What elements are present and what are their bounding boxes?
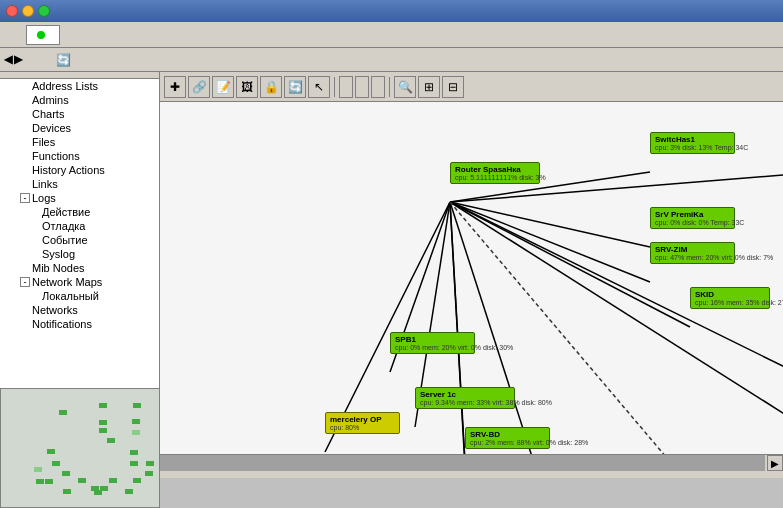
sidebar-label-logs-action: Действие (42, 206, 90, 218)
refresh-icon[interactable]: 🔄 (56, 53, 71, 67)
sidebar-header (0, 72, 159, 79)
sidebar-label-logs-event: Событие (42, 234, 88, 246)
sidebar-label-address-lists: Address Lists (32, 80, 98, 92)
server-menu-btn[interactable] (26, 25, 60, 45)
svg-line-9 (450, 202, 465, 454)
sidebar-item-logs-syslog[interactable]: Syslog (0, 247, 159, 261)
mini-node-mercelery-op (34, 467, 42, 472)
server-status-dot (37, 31, 45, 39)
node-srv-zim[interactable]: SRV-ZIMcpu: 47% mem: 20% virt: 0% disk: … (650, 242, 735, 264)
mini-node-switchas4 (133, 403, 141, 408)
mini-node-router-sparta (109, 478, 117, 483)
mini-node-zsr (125, 489, 133, 494)
mini-node-win1 (91, 486, 99, 491)
sidebar-item-links[interactable]: Links (0, 177, 159, 191)
mini-node-win2 (100, 486, 108, 491)
node-switchas1[interactable]: SwitcHas1cpu: 3% disk: 13% Temp: 34C (650, 132, 735, 154)
sidebar-item-files[interactable]: Files (0, 135, 159, 149)
svg-line-13 (450, 202, 700, 454)
mini-node-videomax1963 (132, 419, 140, 424)
mini-node-monitor-3c (45, 479, 53, 484)
node-srv-bd[interactable]: SRV-BDcpu: 2% mem: 88% virt: 0% disk: 28… (465, 427, 550, 449)
sidebar-label-network-maps-local: Локальный (42, 290, 99, 302)
sidebar-label-logs-syslog: Syslog (42, 248, 75, 260)
map-canvas[interactable]: Router SpasaНкаcpu: 5.111111111% disk: 3… (160, 72, 783, 454)
node-skid[interactable]: SKIDcpu: 16% mem: 35% disk: 27% (690, 287, 770, 309)
window-controls[interactable] (6, 5, 50, 17)
mini-node-videomax1902 (132, 430, 140, 435)
node-mercelery-op[interactable]: mercelery OPcpu: 80% (325, 412, 400, 434)
sidebar-label-notifications: Notifications (32, 318, 92, 330)
close-button[interactable] (6, 5, 18, 17)
sidebar-item-functions[interactable]: Functions (0, 149, 159, 163)
mini-node-monitor-zm (36, 479, 44, 484)
sidebar-label-logs: Logs (32, 192, 56, 204)
sidebar-label-mib-nodes: Mib Nodes (32, 262, 85, 274)
maximize-button[interactable] (38, 5, 50, 17)
sidebar-item-address-lists[interactable]: Address Lists (0, 79, 159, 93)
sidebar-item-logs-debug[interactable]: Отладка (0, 219, 159, 233)
mini-node-server1c (52, 461, 60, 466)
sidebar-label-charts: Charts (32, 108, 64, 120)
mini-node-terminalock (63, 489, 71, 494)
node-spb1[interactable]: SPB1cpu: 0% mem: 20% virt: 0% disk: 30% (390, 332, 475, 354)
menubar (0, 22, 783, 48)
node-srv-premka[interactable]: SrV PremiKacpu: 0% disk: 0% Temp: 33C (650, 207, 735, 229)
tree-toggle-network-maps[interactable]: - (20, 277, 30, 287)
toolbar2: ◀ ▶ 🔄 (0, 48, 783, 72)
minimap-content (1, 389, 159, 507)
sidebar-label-files: Files (32, 136, 55, 148)
mini-node-srv-premka (99, 420, 107, 425)
sidebar-item-network-maps[interactable]: -Network Maps (0, 275, 159, 289)
titlebar (0, 0, 783, 22)
sidebar-label-networks: Networks (32, 304, 78, 316)
node-router-spasatska[interactable]: Router SpasaНкаcpu: 5.111111111% disk: 3… (450, 162, 540, 184)
mini-node-switchas1 (99, 403, 107, 408)
sidebar-item-history-actions[interactable]: History Actions (0, 163, 159, 177)
minimap (0, 388, 160, 508)
settings-btn2[interactable] (30, 50, 52, 70)
mini-node-switchsparta2 (130, 450, 138, 455)
sidebar-item-logs-event[interactable]: Событие (0, 233, 159, 247)
mini-node-switchsparta4 (146, 461, 154, 466)
settings-menu-btn[interactable] (4, 25, 26, 45)
mini-node-router-kuzov (78, 478, 86, 483)
svg-line-12 (450, 202, 470, 454)
map-area: ✚ 🔗 📝 🖼 🔒 🔄 ↖ 🔍 ⊞ ⊟ Router SpasaНкаcpu: … (160, 72, 783, 454)
sidebar-label-admins: Admins (32, 94, 69, 106)
mini-node-srv-bd (62, 471, 70, 476)
nav-back[interactable]: ◀ (4, 53, 12, 66)
minimize-button[interactable] (22, 5, 34, 17)
sidebar-item-networks[interactable]: Networks (0, 303, 159, 317)
sidebar-label-network-maps: Network Maps (32, 276, 102, 288)
mini-node-srv-zim (99, 428, 107, 433)
sidebar-item-admins[interactable]: Admins (0, 93, 159, 107)
sidebar-item-mib-nodes[interactable]: Mib Nodes (0, 261, 159, 275)
svg-line-3 (450, 202, 650, 282)
sidebar-label-history-actions: History Actions (32, 164, 105, 176)
sidebar-label-links: Links (32, 178, 58, 190)
nav-forward[interactable]: ▶ (14, 53, 22, 66)
mini-node-router-spasatska (59, 410, 67, 415)
mini-node-switchsparta3 (130, 461, 138, 466)
sidebar-item-notifications[interactable]: Notifications (0, 317, 159, 331)
mini-node-camera-moluga (145, 471, 153, 476)
sidebar-item-logs-action[interactable]: Действие (0, 205, 159, 219)
sidebar-label-logs-debug: Отладка (42, 220, 85, 232)
sidebar-label-functions: Functions (32, 150, 80, 162)
mini-node-sro-sparta (133, 478, 141, 483)
sidebar-label-devices: Devices (32, 122, 71, 134)
sidebar-item-charts[interactable]: Charts (0, 107, 159, 121)
node-server1c[interactable]: Server 1ccpu: 9.34% mem: 33% virt: 38% d… (415, 387, 515, 409)
svg-line-10 (450, 202, 545, 454)
sidebar-item-network-maps-local[interactable]: Локальный (0, 289, 159, 303)
sidebar-item-logs[interactable]: -Logs (0, 191, 159, 205)
mini-node-spb1 (47, 449, 55, 454)
scroll-right[interactable]: ▶ (767, 455, 783, 471)
help-menu-btn[interactable] (60, 25, 82, 45)
svg-line-2 (450, 202, 650, 247)
mini-node-skid (107, 438, 115, 443)
sidebar-item-devices[interactable]: Devices (0, 121, 159, 135)
tree-toggle-logs[interactable]: - (20, 193, 30, 203)
